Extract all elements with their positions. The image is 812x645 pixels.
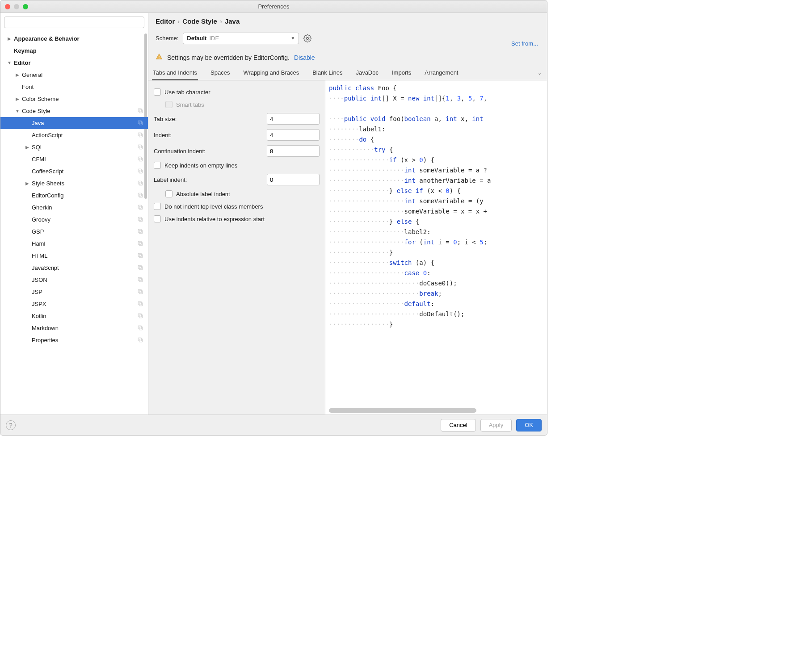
copy-icon (137, 228, 144, 235)
tree-item-jspx[interactable]: JSPX (0, 298, 148, 310)
expand-icon[interactable]: ▶ (7, 36, 12, 41)
tree-item-properties[interactable]: Properties (0, 334, 148, 346)
expand-icon[interactable]: ▼ (15, 109, 20, 113)
tab-size-field[interactable] (267, 113, 320, 125)
svg-rect-26 (139, 254, 143, 257)
tab-spaces[interactable]: Spaces (210, 66, 231, 80)
svg-rect-29 (138, 265, 141, 268)
sidebar: ▶Appearance & BehaviorKeymap▼Editor▶Gene… (0, 13, 148, 415)
settings-tree[interactable]: ▶Appearance & BehaviorKeymap▼Editor▶Gene… (0, 32, 148, 415)
svg-rect-14 (139, 182, 143, 185)
svg-point-42 (307, 37, 309, 39)
svg-rect-6 (139, 134, 143, 137)
tree-item-color-scheme[interactable]: ▶Color Scheme (0, 93, 148, 105)
svg-rect-40 (139, 339, 143, 342)
copy-icon (137, 108, 144, 115)
expand-icon[interactable]: ▶ (25, 145, 30, 150)
tree-item-editorconfig[interactable]: EditorConfig (0, 189, 148, 201)
svg-rect-10 (139, 158, 143, 161)
no-top-indent-checkbox[interactable] (154, 203, 161, 210)
set-from-link[interactable]: Set from... (511, 40, 540, 47)
tree-item-code-style[interactable]: ▼Code Style (0, 105, 148, 117)
svg-rect-7 (138, 133, 141, 136)
copy-icon (137, 264, 144, 272)
tree-item-keymap[interactable]: Keymap (0, 45, 148, 57)
copy-icon (137, 204, 144, 211)
svg-rect-36 (139, 314, 143, 318)
chevron-down-icon: ▼ (290, 36, 295, 41)
tab-tabs-and-indents[interactable]: Tabs and Indents (152, 66, 198, 80)
keep-empty-checkbox[interactable] (154, 162, 161, 169)
disable-link[interactable]: Disable (294, 54, 315, 61)
svg-rect-9 (138, 145, 141, 148)
tree-item-haml[interactable]: Haml (0, 238, 148, 250)
copy-icon (137, 252, 144, 260)
tab-arrangement[interactable]: Arrangement (424, 66, 459, 80)
svg-rect-27 (138, 253, 141, 256)
tree-item-font[interactable]: Font (0, 81, 148, 93)
tree-item-java[interactable]: Java (0, 117, 148, 129)
copy-icon (137, 313, 144, 320)
svg-rect-38 (139, 327, 143, 330)
svg-rect-31 (138, 277, 141, 281)
expand-icon[interactable]: ▶ (25, 181, 30, 186)
tree-item-html[interactable]: HTML (0, 250, 148, 262)
scheme-label: Scheme: (156, 35, 178, 42)
label-indent-field[interactable] (267, 174, 320, 185)
expand-icon[interactable]: ▼ (7, 60, 12, 65)
tree-item-json[interactable]: JSON (0, 274, 148, 286)
tree-item-general[interactable]: ▶General (0, 69, 148, 81)
tree-item-gsp[interactable]: GSP (0, 226, 148, 238)
tree-item-markdown[interactable]: Markdown (0, 322, 148, 334)
tree-item-javascript[interactable]: JavaScript (0, 262, 148, 274)
tab-blank-lines[interactable]: Blank Lines (311, 66, 343, 80)
expand-icon[interactable]: ▶ (15, 72, 20, 77)
copy-icon (137, 156, 144, 163)
tree-item-groovy[interactable]: Groovy (0, 214, 148, 226)
expand-icon[interactable]: ▶ (15, 96, 20, 101)
tree-item-style-sheets[interactable]: ▶Style Sheets (0, 177, 148, 189)
tree-item-actionscript[interactable]: ActionScript (0, 129, 148, 141)
svg-rect-28 (139, 266, 143, 269)
cancel-button[interactable]: Cancel (441, 419, 475, 431)
relative-expr-checkbox[interactable] (154, 215, 161, 222)
tree-item-editor[interactable]: ▼Editor (0, 57, 148, 69)
tree-item-jsp[interactable]: JSP (0, 286, 148, 298)
ok-button[interactable]: OK (516, 419, 542, 431)
svg-rect-33 (138, 289, 141, 293)
gear-icon[interactable] (303, 34, 311, 42)
svg-rect-41 (138, 338, 141, 341)
help-icon[interactable]: ? (6, 420, 16, 430)
tab-wrapping-and-braces[interactable]: Wrapping and Braces (242, 66, 300, 80)
search-input[interactable] (4, 17, 144, 28)
use-tab-checkbox[interactable] (154, 88, 161, 96)
apply-button: Apply (480, 419, 512, 431)
svg-rect-4 (139, 121, 143, 125)
tabs-indents-form: Use tab character Smart tabs Tab size: I… (148, 80, 325, 415)
svg-rect-13 (138, 169, 141, 172)
absolute-label-checkbox[interactable] (165, 190, 172, 197)
tree-item-sql[interactable]: ▶SQL (0, 141, 148, 153)
indent-field[interactable] (267, 129, 320, 141)
tree-item-coffeescript[interactable]: CoffeeScript (0, 165, 148, 177)
tree-item-gherkin[interactable]: Gherkin (0, 201, 148, 214)
svg-rect-21 (138, 217, 141, 220)
footer: ? Cancel Apply OK (0, 415, 547, 435)
tabs-more-icon[interactable]: ⌄ (538, 70, 543, 76)
svg-rect-25 (138, 241, 141, 244)
preferences-window: Preferences ▶Appearance & BehaviorKeymap… (0, 0, 547, 436)
svg-rect-12 (139, 170, 143, 173)
tree-item-kotlin[interactable]: Kotlin (0, 310, 148, 322)
continuation-indent-field[interactable] (267, 145, 320, 157)
tab-javadoc[interactable]: JavaDoc (355, 66, 379, 80)
scheme-select[interactable]: DefaultIDE ▼ (183, 33, 299, 44)
tab-imports[interactable]: Imports (391, 66, 412, 80)
breadcrumb: Editor›Code Style›Java (148, 13, 547, 28)
svg-rect-20 (139, 218, 143, 221)
svg-rect-30 (139, 278, 143, 281)
tree-item-appearance-behavior[interactable]: ▶Appearance & Behavior (0, 33, 148, 45)
copy-icon (137, 289, 144, 296)
copy-icon (137, 132, 144, 139)
horizontal-scrollbar[interactable] (329, 408, 476, 413)
tree-item-cfml[interactable]: CFML (0, 153, 148, 165)
